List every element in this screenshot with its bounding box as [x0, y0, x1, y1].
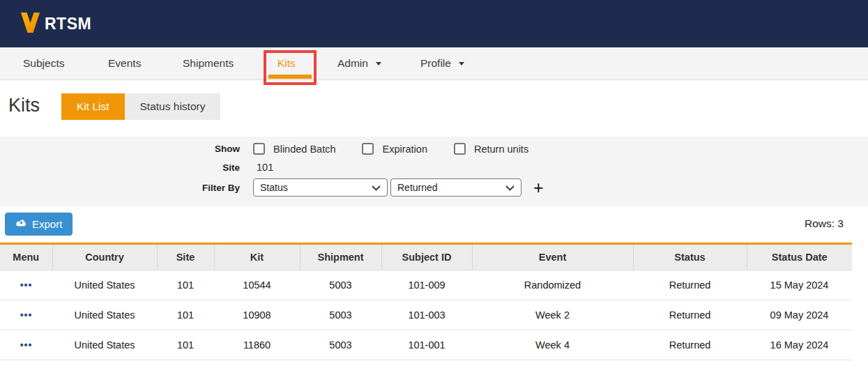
page-title: Kits [8, 95, 40, 116]
export-button[interactable]: Export [5, 213, 73, 236]
column-header-shipment: Shipment [300, 244, 381, 270]
app-header: RTSM [0, 0, 868, 47]
cell-status: Returned [633, 330, 747, 360]
export-button-label: Export [32, 218, 62, 230]
nav-item-admin[interactable]: Admin [337, 47, 381, 79]
cell-kit: 11860 [214, 330, 300, 360]
cell-status: Returned [633, 270, 747, 300]
row-menu-button[interactable]: ••• [20, 309, 33, 321]
return-units-checkbox[interactable] [454, 143, 466, 155]
page-root: RTSM Subjects Events Shipments Kits Admi… [0, 0, 868, 391]
filter-value-selected-value: Returned [397, 182, 438, 193]
filter-field-selected-value: Status [260, 182, 288, 193]
cell-subject-id: 101-003 [381, 300, 472, 330]
cell-event: Randomized [472, 270, 633, 300]
nav-item-profile[interactable]: Profile [420, 47, 464, 79]
cell-status-date: 15 May 2024 [747, 270, 852, 300]
blinded-batch-label: Blinded Batch [273, 144, 335, 155]
tab-kit-list[interactable]: Kit List [61, 93, 125, 120]
cell-status-date: 16 May 2024 [747, 330, 852, 360]
cell-shipment: 5003 [300, 330, 381, 360]
cell-shipment: 5003 [300, 300, 381, 330]
cell-subject-id: 101-009 [381, 270, 472, 300]
nav-item-shipments[interactable]: Shipments [183, 47, 234, 79]
return-units-label: Return units [474, 144, 528, 155]
cell-kit: 10544 [214, 270, 300, 300]
filter-panel: Show Blinded Batch Expiration Return uni… [0, 137, 868, 206]
filter-value-select[interactable]: Returned [390, 178, 521, 197]
cell-country: United States [52, 300, 157, 330]
view-tabs: Kit List Status history [61, 93, 220, 120]
filter-by-row: Filter By Status Returned + [0, 178, 544, 197]
blinded-batch-checkbox[interactable] [253, 143, 265, 155]
cell-status-date: 09 May 2024 [747, 300, 852, 330]
tab-status-history[interactable]: Status history [125, 93, 221, 120]
main-navbar: Subjects Events Shipments Kits Admin Pro… [0, 47, 868, 80]
show-filter-row: Show Blinded Batch Expiration Return uni… [0, 143, 555, 155]
add-filter-button[interactable]: + [533, 178, 544, 197]
cell-site: 101 [157, 330, 214, 360]
table-row: ••• United States 101 10544 5003 101-009… [0, 270, 852, 300]
expiration-checkbox[interactable] [362, 143, 374, 155]
nav-item-subjects[interactable]: Subjects [23, 47, 64, 79]
return-units-checkbox-group[interactable]: Return units [454, 143, 528, 155]
column-header-kit: Kit [214, 244, 300, 270]
rows-count: Rows: 3 [805, 217, 844, 230]
show-label: Show [0, 144, 240, 154]
chevron-down-icon [376, 62, 381, 66]
column-header-country: Country [52, 244, 157, 270]
table-row: ••• United States 101 10908 5003 101-003… [0, 300, 852, 330]
site-value: 101 [257, 162, 273, 173]
cell-country: United States [52, 330, 157, 360]
table-header-row: Menu Country Site Kit Shipment Subject I… [0, 244, 852, 270]
expiration-checkbox-group[interactable]: Expiration [362, 143, 427, 155]
expiration-label: Expiration [382, 144, 427, 155]
blinded-batch-checkbox-group[interactable]: Blinded Batch [253, 143, 335, 155]
cell-event: Week 4 [472, 330, 633, 360]
cell-country: United States [52, 270, 157, 300]
cell-shipment: 5003 [300, 270, 381, 300]
active-tab-underline [268, 75, 312, 79]
column-header-menu: Menu [0, 244, 52, 270]
filter-by-label: Filter By [0, 183, 240, 193]
site-filter-row: Site 101 [0, 162, 273, 173]
column-header-status-date: Status Date [747, 244, 852, 270]
cell-site: 101 [157, 300, 214, 330]
logo-text: RTSM [45, 15, 91, 33]
row-menu-button[interactable]: ••• [20, 339, 33, 351]
chevron-down-icon [459, 62, 464, 66]
logo-v-icon [21, 13, 40, 36]
row-menu-button[interactable]: ••• [20, 279, 33, 291]
chevron-down-icon [372, 182, 381, 193]
nav-item-profile-label: Profile [420, 57, 451, 69]
cell-subject-id: 101-001 [381, 330, 472, 360]
table-row: ••• United States 101 11860 5003 101-001… [0, 330, 852, 360]
cell-kit: 10908 [214, 300, 300, 330]
site-label: Site [0, 162, 240, 173]
column-header-event: Event [472, 244, 633, 270]
app-logo[interactable]: RTSM [21, 13, 91, 36]
filter-field-select[interactable]: Status [253, 178, 388, 197]
column-header-site: Site [157, 244, 214, 270]
chevron-down-icon [505, 182, 515, 193]
cloud-download-icon [15, 218, 27, 230]
nav-item-admin-label: Admin [337, 57, 368, 69]
kits-table: Menu Country Site Kit Shipment Subject I… [0, 243, 852, 360]
column-header-status: Status [633, 244, 747, 270]
cell-site: 101 [157, 270, 214, 300]
cell-status: Returned [633, 300, 747, 330]
cell-event: Week 2 [472, 300, 633, 330]
column-header-subject-id: Subject ID [381, 244, 472, 270]
nav-item-events[interactable]: Events [108, 47, 141, 79]
